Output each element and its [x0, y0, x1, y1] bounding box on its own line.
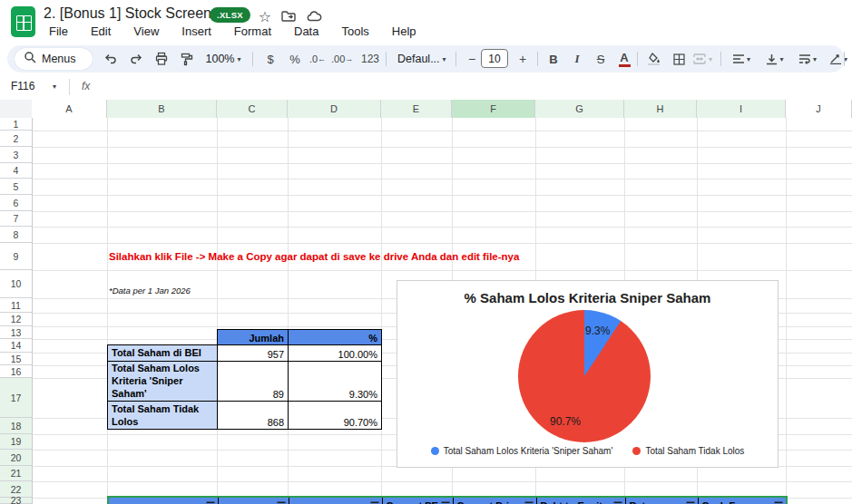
column-header-I[interactable]: I: [697, 100, 786, 118]
gridline: [32, 163, 852, 164]
undo-button[interactable]: [100, 48, 122, 70]
select-all-corner[interactable]: [0, 100, 33, 118]
gridline: [288, 118, 289, 504]
pie-chart[interactable]: % Saham Lolos Kriteria Sniper Saham 9.3%…: [397, 280, 779, 468]
column-header-D[interactable]: D: [288, 100, 381, 118]
fill-color-button[interactable]: [642, 48, 664, 70]
stock-column-header[interactable]: Cash From Operations (TTM): [698, 497, 787, 504]
menu-help[interactable]: Help: [387, 24, 421, 39]
stock-column-header[interactable]: Symbol: [108, 497, 218, 504]
font-select[interactable]: Defaul...▾: [392, 48, 448, 70]
summary-row-label: Total Saham Tidak Lolos: [108, 402, 218, 430]
column-header-F[interactable]: F: [452, 100, 535, 118]
column-header-H[interactable]: H: [624, 100, 697, 118]
summary-row-label: Total Saham di BEI: [108, 345, 218, 362]
menu-tools[interactable]: Tools: [337, 24, 373, 39]
row-header-15[interactable]: 15: [0, 353, 33, 365]
row-header-17[interactable]: 17: [0, 378, 33, 418]
text-color-button[interactable]: A: [613, 48, 635, 70]
horizontal-align-button[interactable]: ▾: [727, 48, 756, 70]
row-header-7[interactable]: 7: [0, 211, 33, 227]
menu-data[interactable]: Data: [289, 24, 323, 39]
stock-column-header[interactable]: Return on Equity (TTM): [625, 497, 698, 504]
column-header-C[interactable]: C: [217, 100, 288, 118]
copy-instruction-text: Silahkan klik File -> Make a Copy agar d…: [109, 251, 519, 262]
chevron-down-icon: ▾: [443, 55, 446, 63]
stock-column-header[interactable]: Value: [289, 497, 382, 504]
row-header-21[interactable]: 21: [0, 466, 33, 481]
row-header-13[interactable]: 13: [0, 326, 33, 339]
column-header-A[interactable]: A: [32, 100, 107, 118]
column-header-B[interactable]: B: [107, 100, 217, 118]
menu-view[interactable]: View: [129, 24, 163, 39]
row-header-11[interactable]: 11: [0, 298, 33, 313]
stock-column-header[interactable]: Market Cap: [218, 497, 289, 504]
gridline: [786, 118, 787, 504]
titlebar: 2. [Bonus 1] Stock Screener .XLSX ☆ File…: [0, 0, 852, 44]
row-header-8[interactable]: 8: [0, 227, 33, 243]
row-header-5[interactable]: 5: [0, 179, 33, 195]
strikethrough-button[interactable]: S: [590, 48, 612, 70]
gridline: [32, 211, 852, 212]
gridline: [381, 118, 382, 504]
sheet-grid[interactable]: 1234567891011121314151617181920212223 Si…: [0, 118, 852, 504]
fx-icon[interactable]: fx: [82, 80, 90, 92]
row-header-16[interactable]: 16: [0, 365, 33, 378]
row-header-19[interactable]: 19: [0, 434, 33, 450]
summary-jumlah-value: 957: [218, 345, 289, 362]
merge-cells-button[interactable]: ▾: [691, 48, 713, 70]
text-wrap-button[interactable]: ▾: [793, 48, 822, 70]
stock-column-header[interactable]: Current Price to Book Value: [453, 497, 536, 504]
increase-font-size-button[interactable]: +: [512, 48, 534, 70]
decrease-decimals-button[interactable]: .0←: [307, 48, 328, 70]
menu-format[interactable]: Format: [230, 24, 276, 39]
format-percent-button[interactable]: %: [284, 48, 306, 70]
row-header-23[interactable]: 23: [0, 498, 33, 504]
redo-button[interactable]: [125, 48, 147, 70]
italic-button[interactable]: I: [566, 48, 588, 70]
row-header-3[interactable]: 3: [0, 147, 33, 163]
paint-format-button[interactable]: [176, 48, 198, 70]
column-header-J[interactable]: J: [786, 100, 852, 118]
more-formats-button[interactable]: 123: [359, 48, 381, 70]
borders-button[interactable]: [668, 48, 690, 70]
chevron-down-icon[interactable]: ▾: [53, 82, 56, 91]
row-header-10[interactable]: 10: [0, 270, 33, 298]
row-header-2[interactable]: 2: [0, 131, 33, 147]
vertical-align-button[interactable]: ▾: [760, 48, 789, 70]
toolbar: Menus 100%▾ $ % .0← .00→ 123 Defaul...▾ …: [7, 45, 845, 73]
increase-decimals-button[interactable]: .00→: [331, 48, 353, 70]
print-button[interactable]: [151, 48, 172, 70]
sheets-logo-icon[interactable]: [11, 6, 35, 37]
stock-column-header[interactable]: Debt to Equity Ratio (Quarter): [536, 497, 625, 504]
bold-button[interactable]: B: [543, 48, 564, 70]
document-title[interactable]: 2. [Bonus 1] Stock Screener: [44, 5, 224, 22]
legend-dot-icon: [431, 447, 439, 455]
row-header-12[interactable]: 12: [0, 313, 33, 326]
star-icon[interactable]: ☆: [256, 7, 274, 25]
row-header-18[interactable]: 18: [0, 418, 33, 434]
stock-column-header[interactable]: Current PE Ratio (TTM): [382, 497, 453, 504]
menu-file[interactable]: File: [44, 24, 73, 39]
column-header-E[interactable]: E: [381, 100, 452, 118]
row-header-20[interactable]: 20: [0, 450, 33, 466]
column-header-G[interactable]: G: [535, 100, 624, 118]
cloud-status-icon[interactable]: [305, 7, 323, 25]
menu-insert[interactable]: Insert: [177, 24, 216, 39]
name-box[interactable]: F116: [11, 80, 53, 92]
decrease-font-size-button[interactable]: −: [461, 48, 483, 70]
format-currency-button[interactable]: $: [260, 48, 281, 70]
row-header-9[interactable]: 9: [0, 243, 33, 270]
zoom-select[interactable]: 100%▾: [200, 48, 247, 70]
menus-pill[interactable]: Menus: [15, 48, 93, 70]
font-size-input[interactable]: 10: [481, 49, 508, 68]
row-header-14[interactable]: 14: [0, 339, 33, 353]
row-header-6[interactable]: 6: [0, 195, 33, 211]
summary-header: %: [289, 330, 382, 345]
menus-pill-label: Menus: [42, 53, 76, 65]
row-header-4[interactable]: 4: [0, 163, 33, 179]
text-rotation-button[interactable]: ▾: [824, 48, 852, 70]
move-folder-icon[interactable]: [279, 7, 298, 25]
row-header-1[interactable]: 1: [0, 118, 33, 131]
menu-edit[interactable]: Edit: [86, 24, 115, 39]
